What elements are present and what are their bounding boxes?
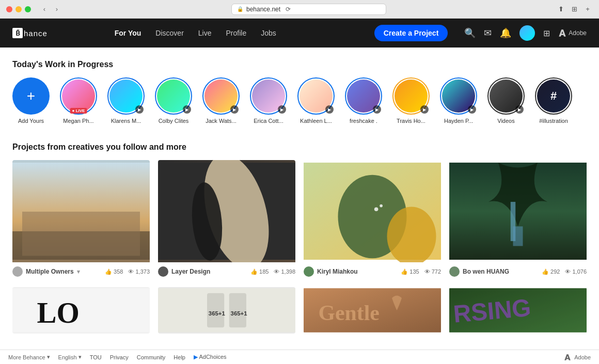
address-bar[interactable]: 🔒 behance.net ⟳ bbox=[231, 4, 386, 15]
privacy-link[interactable]: Privacy bbox=[110, 354, 129, 360]
secure-lock-icon: 🔒 bbox=[237, 6, 243, 12]
svg-rect-16 bbox=[158, 288, 295, 333]
svg-text:365+1: 365+1 bbox=[209, 310, 226, 316]
story-item-7[interactable]: ▶ freshcake . bbox=[345, 77, 382, 124]
project-card-4[interactable]: Bo wen HUANG 👍 292 👁 1,076 bbox=[449, 160, 587, 279]
play-badge-8: ▶ bbox=[420, 105, 429, 114]
project-card-1[interactable]: Multiple Owners ▾ 👍 358 👁 1,373 bbox=[12, 160, 150, 279]
play-badge-9: ▶ bbox=[468, 105, 476, 114]
forward-button[interactable]: › bbox=[52, 4, 62, 14]
svg-text:LO: LO bbox=[37, 296, 80, 329]
adobe-logo: Adobe bbox=[558, 29, 587, 37]
language-arrow: ▾ bbox=[78, 354, 82, 360]
minimize-window-button[interactable] bbox=[15, 6, 22, 12]
story-item-8[interactable]: ▶ Travis Ho... bbox=[392, 77, 430, 124]
community-link[interactable]: Community bbox=[137, 354, 166, 360]
user-avatar[interactable] bbox=[519, 25, 535, 41]
create-project-button[interactable]: Create a Project bbox=[374, 25, 448, 41]
browser-tab-bar: 🔒 behance.net ⟳ bbox=[66, 4, 551, 15]
story-item-6[interactable]: ▶ Kathleen L... bbox=[297, 77, 335, 124]
project-info-2: Layer Design 👍 185 👁 1,398 bbox=[158, 262, 295, 279]
project-card-6[interactable]: 365+1 365+1 bbox=[158, 287, 295, 334]
story-avatar-5: ▶ bbox=[250, 77, 287, 115]
author-avatar-3 bbox=[304, 266, 314, 277]
project-card-7[interactable]: Gentle bbox=[304, 287, 441, 334]
project-card-2[interactable]: Layer Design 👍 185 👁 1,398 bbox=[158, 160, 295, 279]
add-story-item[interactable]: + Add Yours bbox=[12, 77, 50, 124]
story-item-9[interactable]: ▶ Hayden P... bbox=[440, 77, 477, 124]
svg-text:Gentle: Gentle bbox=[319, 301, 380, 325]
language-dropdown[interactable]: English ▾ bbox=[58, 354, 82, 360]
nav-profile[interactable]: Profile bbox=[226, 29, 247, 37]
adobe-footer-icon bbox=[564, 354, 571, 361]
project-image-2 bbox=[158, 160, 295, 262]
story-item-1[interactable]: ● LIVE Megan Ph... bbox=[60, 77, 97, 124]
language-label: English bbox=[58, 354, 77, 360]
search-icon[interactable]: 🔍 bbox=[464, 27, 476, 39]
project-image-3 bbox=[304, 160, 441, 262]
story-label-1: Megan Ph... bbox=[63, 118, 93, 124]
story-item-2[interactable]: ▶ Klarens M... bbox=[107, 77, 145, 124]
nav-discover[interactable]: Discover bbox=[155, 29, 183, 37]
thumb-up-icon-4: 👍 bbox=[542, 268, 549, 275]
apps-grid-icon[interactable]: ⊞ bbox=[543, 28, 550, 38]
stories-section-title: Today's Work in Progress bbox=[12, 60, 587, 69]
views-4: 👁 1,076 bbox=[565, 268, 587, 275]
add-story-button[interactable]: + bbox=[12, 77, 50, 115]
project-stats-1: 👍 358 👁 1,373 bbox=[105, 268, 150, 275]
eye-icon-1: 👁 bbox=[128, 268, 134, 275]
author-avatar-2 bbox=[158, 266, 168, 277]
project-card-5[interactable]: LO bbox=[12, 287, 150, 334]
project-image-7: Gentle bbox=[304, 287, 441, 334]
footer-right: Adobe bbox=[564, 354, 591, 361]
footer: More Behance ▾ English ▾ TOU Privacy Com… bbox=[0, 350, 599, 364]
ad-choices-label[interactable]: ▶ AdChoices bbox=[194, 354, 227, 360]
more-behance-arrow: ▾ bbox=[47, 354, 50, 360]
story-label-illustration: #illustration bbox=[539, 118, 568, 124]
add-story-label: Add Yours bbox=[18, 118, 44, 124]
nav-for-you[interactable]: For You bbox=[115, 29, 141, 37]
tou-link[interactable]: TOU bbox=[90, 354, 102, 360]
project-card-3[interactable]: Kiryl Miahkou 👍 135 👁 772 bbox=[304, 160, 441, 279]
maximize-window-button[interactable] bbox=[25, 6, 31, 12]
close-window-button[interactable] bbox=[6, 6, 12, 12]
project-info-1: Multiple Owners ▾ 👍 358 👁 1,373 bbox=[12, 262, 150, 279]
story-avatar-2: ▶ bbox=[107, 77, 145, 115]
live-badge-1: ● LIVE bbox=[70, 108, 87, 114]
dropdown-arrow-1[interactable]: ▾ bbox=[77, 268, 80, 275]
likes-1: 👍 358 bbox=[105, 268, 123, 275]
story-item-videos[interactable]: ▶ Videos bbox=[487, 77, 525, 124]
project-author-2: Layer Design bbox=[158, 266, 210, 277]
help-link[interactable]: Help bbox=[174, 354, 185, 360]
share-button[interactable]: ⬆ bbox=[556, 4, 566, 14]
story-item-3[interactable]: ▶ Colby Clites bbox=[155, 77, 192, 124]
story-avatar-illustration: # bbox=[535, 77, 572, 115]
play-badge-3: ▶ bbox=[183, 105, 191, 114]
back-button[interactable]: ‹ bbox=[39, 4, 50, 14]
bookmark-button[interactable]: ⊞ bbox=[569, 4, 579, 14]
svg-rect-13 bbox=[513, 226, 523, 246]
nav-jobs[interactable]: Jobs bbox=[261, 29, 276, 37]
project-author-3: Kiryl Miahkou bbox=[304, 266, 358, 277]
project-image-8: RSING bbox=[449, 287, 587, 334]
story-label-5: Erica Cott... bbox=[254, 118, 283, 124]
svg-point-9 bbox=[374, 207, 379, 211]
projects-section-title: Projects from creatives you follow and m… bbox=[12, 143, 587, 152]
project-card-8[interactable]: RSING bbox=[449, 287, 587, 334]
nav-live[interactable]: Live bbox=[198, 29, 212, 37]
more-behance-dropdown[interactable]: More Behance ▾ bbox=[8, 354, 50, 360]
browser-chrome: ‹ › 🔒 behance.net ⟳ ⬆ ⊞ + bbox=[0, 0, 599, 19]
project-image-5: LO bbox=[12, 287, 150, 334]
author-name-2: Layer Design bbox=[171, 268, 210, 275]
story-item-illustration[interactable]: # #illustration bbox=[535, 77, 572, 124]
project-image-6: 365+1 365+1 bbox=[158, 287, 295, 334]
story-item-5[interactable]: ▶ Erica Cott... bbox=[250, 77, 287, 124]
extensions-button[interactable]: + bbox=[582, 4, 593, 14]
messages-icon[interactable]: ✉ bbox=[484, 27, 492, 39]
eye-icon-4: 👁 bbox=[565, 268, 571, 275]
story-item-4[interactable]: ▶ Jack Wats... bbox=[202, 77, 240, 124]
story-avatar-9: ▶ bbox=[440, 77, 477, 115]
refresh-button[interactable]: ⟳ bbox=[286, 6, 291, 13]
likes-4: 👍 292 bbox=[542, 268, 560, 275]
notifications-icon[interactable]: 🔔 bbox=[500, 27, 511, 39]
